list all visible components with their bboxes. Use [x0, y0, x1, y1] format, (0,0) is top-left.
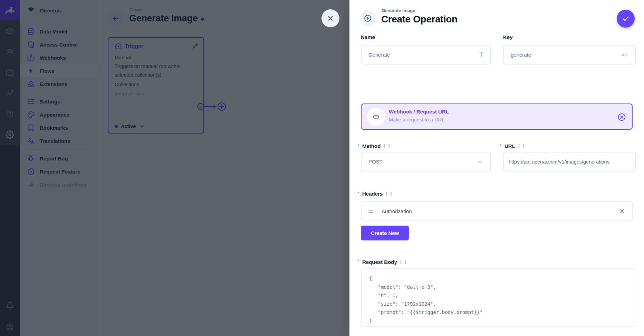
close-icon	[619, 208, 625, 215]
operation-header-icon	[360, 10, 376, 26]
edited-dot-icon	[358, 144, 359, 146]
chevron-down-icon	[477, 158, 483, 165]
deselect-operation-button[interactable]	[617, 112, 626, 122]
create-new-button[interactable]: Create New	[361, 226, 409, 240]
directus-app: Directus Data Model Access Control Webho…	[0, 0, 644, 336]
headers-label: Headers { }	[361, 191, 392, 197]
url-label: URL { }	[503, 143, 525, 149]
key-icon	[621, 51, 628, 59]
raw-value-icon[interactable]: { }	[518, 144, 525, 149]
method-label: Method { }	[361, 143, 390, 149]
method-select[interactable]: POST	[361, 152, 491, 171]
link-icon-circle	[367, 108, 385, 126]
raw-value-icon[interactable]: { }	[383, 144, 390, 149]
url-input[interactable]: https://api.openai.com/v1/images/generat…	[503, 152, 636, 171]
raw-value-icon[interactable]: { }	[385, 191, 392, 196]
header-row-value[interactable]: Authorization	[382, 208, 412, 214]
name-label: Name	[361, 34, 375, 40]
key-label: Key	[503, 34, 513, 40]
drawer-title: Create Operation	[381, 14, 458, 25]
raw-value-icon[interactable]: { }	[400, 259, 406, 265]
request-body-label: Request Body { }	[361, 259, 406, 265]
check-icon	[621, 14, 630, 23]
edited-dot-icon	[358, 192, 359, 193]
header-row[interactable]: Authorization	[361, 201, 633, 221]
operation-type-card[interactable]: Webhook / Request URL Make a request to …	[361, 103, 633, 130]
close-drawer-button[interactable]	[321, 9, 339, 27]
close-icon	[327, 14, 334, 22]
create-operation-drawer: Generate Image Create Operation Name Gen…	[349, 0, 644, 336]
key-input[interactable]: generate	[503, 45, 636, 65]
link-icon	[372, 113, 380, 121]
operation-type-title: Webhook / Request URL	[389, 109, 449, 115]
text-type-icon: T	[479, 51, 483, 59]
remove-header-button[interactable]	[619, 208, 625, 215]
drawer-overlay[interactable]	[0, 0, 349, 336]
section-divider	[361, 85, 640, 85]
save-operation-button[interactable]	[617, 10, 635, 28]
drag-handle-icon[interactable]	[368, 210, 373, 213]
edited-dot-icon	[500, 144, 501, 146]
bolt-circle-icon	[364, 14, 372, 22]
request-body-editor[interactable]: { "model": "dall-e-3", "n": 1, "size": "…	[361, 268, 635, 327]
name-input[interactable]: Generate T	[361, 45, 491, 65]
operation-type-subtitle: Make a request to a URL	[389, 117, 444, 122]
drawer-breadcrumb: Generate Image	[382, 8, 415, 13]
cancel-circle-icon	[617, 112, 626, 122]
edited-dot-icon	[358, 260, 359, 261]
